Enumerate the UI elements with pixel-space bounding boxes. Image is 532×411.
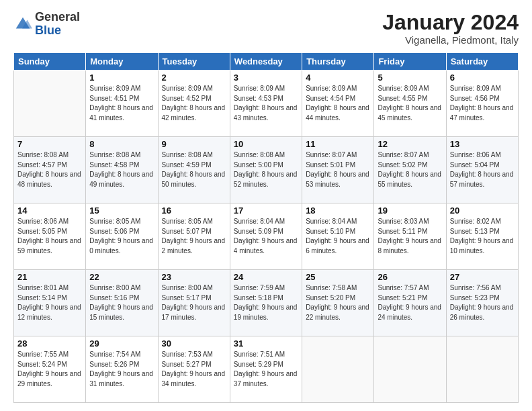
day-number: 30 [162, 338, 226, 349]
cell-detail: Sunrise: 7:57 AMSunset: 5:21 PMDaylight:… [378, 283, 442, 322]
calendar-week-5: 28Sunrise: 7:55 AMSunset: 5:24 PMDayligh… [14, 336, 519, 403]
cell-detail: Sunrise: 8:03 AMSunset: 5:11 PMDaylight:… [378, 217, 442, 256]
calendar-cell: 22Sunrise: 8:00 AMSunset: 5:16 PMDayligh… [86, 270, 158, 336]
calendar-cell: 10Sunrise: 8:08 AMSunset: 5:00 PMDayligh… [230, 137, 302, 203]
cell-detail: Sunrise: 7:55 AMSunset: 5:24 PMDaylight:… [17, 350, 82, 389]
cell-detail: Sunrise: 8:04 AMSunset: 5:09 PMDaylight:… [234, 217, 298, 256]
cell-detail: Sunrise: 8:09 AMSunset: 4:56 PMDaylight:… [450, 84, 515, 123]
cell-detail: Sunrise: 8:05 AMSunset: 5:07 PMDaylight:… [162, 217, 226, 256]
calendar-cell: 24Sunrise: 7:59 AMSunset: 5:18 PMDayligh… [230, 270, 302, 336]
cell-detail: Sunrise: 8:09 AMSunset: 4:54 PMDaylight:… [306, 84, 370, 123]
col-thursday: Thursday [302, 53, 374, 71]
calendar-header: Sunday Monday Tuesday Wednesday Thursday… [14, 53, 519, 71]
header: General Blue January 2024 Viganella, Pie… [13, 11, 519, 46]
calendar-cell: 9Sunrise: 8:08 AMSunset: 4:59 PMDaylight… [158, 137, 230, 203]
day-number: 14 [17, 205, 82, 216]
col-wednesday: Wednesday [230, 53, 302, 71]
cell-detail: Sunrise: 7:59 AMSunset: 5:18 PMDaylight:… [234, 283, 298, 322]
calendar-cell: 1Sunrise: 8:09 AMSunset: 4:51 PMDaylight… [86, 71, 158, 137]
calendar-cell [302, 336, 374, 403]
cell-detail: Sunrise: 7:56 AMSunset: 5:23 PMDaylight:… [450, 283, 515, 322]
day-number: 19 [378, 205, 442, 216]
day-number: 16 [162, 205, 226, 216]
day-number: 8 [89, 139, 154, 149]
cell-detail: Sunrise: 7:58 AMSunset: 5:20 PMDaylight:… [306, 283, 370, 322]
day-number: 10 [234, 139, 298, 149]
calendar-week-1: 1Sunrise: 8:09 AMSunset: 4:51 PMDaylight… [14, 71, 519, 137]
calendar-cell: 26Sunrise: 7:57 AMSunset: 5:21 PMDayligh… [374, 270, 446, 336]
logo-blue: Blue [35, 24, 61, 37]
location-subtitle: Viganella, Piedmont, Italy [382, 34, 519, 46]
calendar-cell: 5Sunrise: 8:09 AMSunset: 4:55 PMDaylight… [374, 71, 446, 137]
calendar-cell: 29Sunrise: 7:54 AMSunset: 5:26 PMDayligh… [86, 336, 158, 403]
month-title: January 2024 [382, 11, 519, 34]
day-number: 15 [89, 205, 154, 216]
col-sunday: Sunday [14, 53, 86, 71]
day-number: 2 [162, 73, 226, 83]
day-number: 1 [89, 73, 154, 83]
calendar-week-3: 14Sunrise: 8:06 AMSunset: 5:05 PMDayligh… [14, 203, 519, 270]
cell-detail: Sunrise: 8:02 AMSunset: 5:13 PMDaylight:… [450, 217, 515, 256]
calendar-cell: 30Sunrise: 7:53 AMSunset: 5:27 PMDayligh… [158, 336, 230, 403]
day-number: 22 [89, 272, 154, 282]
day-number: 28 [17, 338, 82, 349]
day-number: 3 [234, 73, 298, 83]
calendar-cell: 31Sunrise: 7:51 AMSunset: 5:29 PMDayligh… [230, 336, 302, 403]
cell-detail: Sunrise: 8:07 AMSunset: 5:01 PMDaylight:… [306, 150, 370, 189]
title-block: January 2024 Viganella, Piedmont, Italy [382, 11, 519, 46]
logo-general: General [35, 10, 80, 24]
calendar-cell: 17Sunrise: 8:04 AMSunset: 5:09 PMDayligh… [230, 203, 302, 270]
cell-detail: Sunrise: 7:51 AMSunset: 5:29 PMDaylight:… [234, 350, 298, 389]
day-number: 17 [234, 205, 298, 216]
weekday-row: Sunday Monday Tuesday Wednesday Thursday… [14, 53, 519, 71]
calendar-cell: 21Sunrise: 8:01 AMSunset: 5:14 PMDayligh… [14, 270, 86, 336]
calendar-cell: 2Sunrise: 8:09 AMSunset: 4:52 PMDaylight… [158, 71, 230, 137]
calendar-cell: 12Sunrise: 8:07 AMSunset: 5:02 PMDayligh… [374, 137, 446, 203]
day-number: 29 [89, 338, 154, 349]
cell-detail: Sunrise: 7:54 AMSunset: 5:26 PMDaylight:… [89, 350, 154, 389]
day-number: 24 [234, 272, 298, 282]
day-number: 20 [450, 205, 515, 216]
cell-detail: Sunrise: 8:00 AMSunset: 5:16 PMDaylight:… [89, 283, 154, 322]
calendar-cell: 14Sunrise: 8:06 AMSunset: 5:05 PMDayligh… [14, 203, 86, 270]
cell-detail: Sunrise: 7:53 AMSunset: 5:27 PMDaylight:… [162, 350, 226, 389]
logo-icon [13, 15, 32, 34]
cell-detail: Sunrise: 8:08 AMSunset: 4:57 PMDaylight:… [17, 150, 82, 189]
cell-detail: Sunrise: 8:06 AMSunset: 5:04 PMDaylight:… [450, 150, 515, 189]
day-number: 21 [17, 272, 82, 282]
calendar-table: Sunday Monday Tuesday Wednesday Thursday… [13, 52, 519, 403]
calendar-cell [14, 71, 86, 137]
day-number: 23 [162, 272, 226, 282]
calendar-cell: 23Sunrise: 8:00 AMSunset: 5:17 PMDayligh… [158, 270, 230, 336]
calendar-cell: 15Sunrise: 8:05 AMSunset: 5:06 PMDayligh… [86, 203, 158, 270]
calendar-cell: 13Sunrise: 8:06 AMSunset: 5:04 PMDayligh… [446, 137, 518, 203]
day-number: 4 [306, 73, 370, 83]
logo: General Blue [13, 11, 80, 38]
day-number: 5 [378, 73, 442, 83]
col-saturday: Saturday [446, 53, 518, 71]
calendar-cell: 20Sunrise: 8:02 AMSunset: 5:13 PMDayligh… [446, 203, 518, 270]
day-number: 9 [162, 139, 226, 149]
cell-detail: Sunrise: 8:09 AMSunset: 4:51 PMDaylight:… [89, 84, 154, 123]
cell-detail: Sunrise: 8:01 AMSunset: 5:14 PMDaylight:… [17, 283, 82, 322]
calendar-cell: 25Sunrise: 7:58 AMSunset: 5:20 PMDayligh… [302, 270, 374, 336]
day-number: 26 [378, 272, 442, 282]
cell-detail: Sunrise: 8:09 AMSunset: 4:53 PMDaylight:… [234, 84, 298, 123]
calendar-week-2: 7Sunrise: 8:08 AMSunset: 4:57 PMDaylight… [14, 137, 519, 203]
logo-text: General Blue [35, 11, 80, 38]
day-number: 18 [306, 205, 370, 216]
day-number: 25 [306, 272, 370, 282]
calendar-cell [446, 336, 518, 403]
cell-detail: Sunrise: 8:09 AMSunset: 4:52 PMDaylight:… [162, 84, 226, 123]
day-number: 31 [234, 338, 298, 349]
day-number: 27 [450, 272, 515, 282]
calendar-cell: 8Sunrise: 8:08 AMSunset: 4:58 PMDaylight… [86, 137, 158, 203]
day-number: 12 [378, 139, 442, 149]
cell-detail: Sunrise: 8:05 AMSunset: 5:06 PMDaylight:… [89, 217, 154, 256]
calendar-cell: 3Sunrise: 8:09 AMSunset: 4:53 PMDaylight… [230, 71, 302, 137]
day-number: 7 [17, 139, 82, 149]
calendar-body: 1Sunrise: 8:09 AMSunset: 4:51 PMDaylight… [14, 71, 519, 403]
calendar-week-4: 21Sunrise: 8:01 AMSunset: 5:14 PMDayligh… [14, 270, 519, 336]
calendar-cell [374, 336, 446, 403]
cell-detail: Sunrise: 8:08 AMSunset: 5:00 PMDaylight:… [234, 150, 298, 189]
